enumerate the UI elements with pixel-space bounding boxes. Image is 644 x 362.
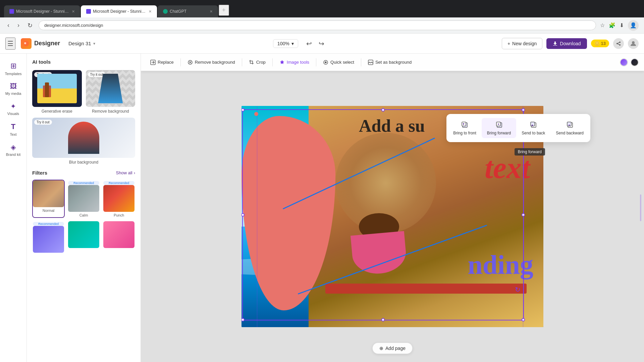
crop-button[interactable]: Crop xyxy=(245,58,270,67)
layer-ordering-menu: Bring to front Bring forward xyxy=(446,114,590,142)
sidebar-item-visuals[interactable]: ✦ Visuals xyxy=(1,100,25,118)
send-backward-label: Send backward xyxy=(556,131,584,135)
designer-logo-icon xyxy=(21,38,32,49)
new-design-button[interactable]: + New design xyxy=(502,38,542,49)
zoom-control[interactable]: 100% ▾ xyxy=(273,39,298,48)
tool-card-remove-background[interactable]: Try it out Remove background xyxy=(86,70,136,114)
show-all-link[interactable]: Show all › xyxy=(116,170,135,175)
coin-count: 13 xyxy=(601,41,606,46)
remove-bg-button[interactable]: Remove background xyxy=(183,58,239,67)
tab-3[interactable]: ChatGPT ✕ xyxy=(158,5,218,17)
generative-erase-label: Generative erase xyxy=(32,109,82,114)
zoom-chevron-icon: ▾ xyxy=(291,41,294,46)
sidebar-item-templates[interactable]: ⊞ Templates xyxy=(1,59,25,78)
left-sidebar: ⊞ Templates 🖼 My media ✦ Visuals T Text … xyxy=(0,54,27,362)
menu-button[interactable]: ☰ xyxy=(5,38,15,50)
svg-point-11 xyxy=(325,62,326,63)
brand-kit-icon: ◈ xyxy=(11,143,16,151)
downloads-icon[interactable]: ⬇ xyxy=(620,22,624,28)
tab-1[interactable]: Microsoft Designer - Stunning... ✕ xyxy=(4,5,80,17)
color-picker-2[interactable] xyxy=(631,58,639,66)
quick-select-label: Quick select xyxy=(330,60,354,65)
bring-forward-label: Bring forward xyxy=(487,131,511,135)
color-picker-1[interactable] xyxy=(620,58,628,66)
canvas-text-purple: nding xyxy=(468,250,533,280)
undo-button[interactable]: ↩ xyxy=(304,38,315,49)
ai-tools-grid: Try it out Generative erase xyxy=(32,70,135,165)
svg-point-4 xyxy=(619,44,621,46)
filter-punch-label: Punch xyxy=(103,213,135,217)
set-as-bg-button[interactable]: Set as background xyxy=(364,58,416,67)
address-text: designer.microsoft.com/design xyxy=(44,23,103,28)
profile-avatar[interactable]: 👤 xyxy=(628,20,639,31)
send-backward-button[interactable]: Send backward xyxy=(550,118,589,138)
user-avatar[interactable] xyxy=(628,38,639,49)
text-label: Text xyxy=(10,132,16,136)
forward-button[interactable]: › xyxy=(15,20,21,30)
tab-2[interactable]: Microsoft Designer - Stunning... ✕ xyxy=(81,5,157,17)
set-as-bg-label: Set as background xyxy=(375,60,412,65)
bring-to-front-button[interactable]: Bring to front xyxy=(448,118,482,138)
sidebar-item-text[interactable]: T Text xyxy=(1,120,25,139)
image-tools-icon xyxy=(279,60,285,65)
tab-3-close[interactable]: ✕ xyxy=(210,9,213,14)
canvas-text-heading: Add a su xyxy=(359,116,425,136)
tab-2-favicon xyxy=(86,9,91,14)
download-button[interactable]: Download xyxy=(546,38,587,49)
send-to-back-button[interactable]: Send to back xyxy=(516,118,550,138)
remove-background-thumb: Try it out xyxy=(86,70,136,107)
zoom-value: 100% xyxy=(277,41,289,46)
filter-calm-badge: Recommended xyxy=(68,181,99,185)
filters-title: Filters xyxy=(32,170,47,176)
visuals-icon: ✦ xyxy=(10,102,16,110)
bookmark-icon[interactable]: ☆ xyxy=(600,22,605,28)
replace-label: Replace xyxy=(158,60,174,65)
image-tools-button[interactable]: Image tools xyxy=(275,58,313,67)
refresh-button[interactable]: ↻ xyxy=(25,20,35,31)
design-name-button[interactable]: Design 31 ▾ xyxy=(65,39,98,48)
filter-calm[interactable]: Recommended Calm xyxy=(67,180,100,218)
address-bar[interactable]: designer.microsoft.com/design xyxy=(39,20,596,30)
header-center: 100% ▾ ↩ ↪ xyxy=(104,38,496,49)
my-media-label: My media xyxy=(5,92,21,96)
download-icon xyxy=(552,41,558,46)
replace-icon xyxy=(150,60,156,65)
share-button[interactable] xyxy=(613,38,624,49)
filter-punch[interactable]: Recommended Punch xyxy=(103,180,135,218)
bring-forward-icon xyxy=(495,121,503,129)
filters-header: Filters Show all › xyxy=(32,170,135,176)
tab-1-close[interactable]: ✕ xyxy=(72,9,75,14)
toolbar-divider-2 xyxy=(242,58,242,66)
quick-select-button[interactable]: Quick select xyxy=(319,58,358,67)
sidebar-item-my-media[interactable]: 🖼 My media xyxy=(1,80,25,98)
back-button[interactable]: ‹ xyxy=(5,20,11,30)
add-page-button[interactable]: ⊕ Add page xyxy=(372,343,413,354)
filter-6[interactable] xyxy=(103,221,135,255)
tab-2-close[interactable]: ✕ xyxy=(149,9,152,14)
filter-normal-thumb xyxy=(33,180,64,207)
color-pickers xyxy=(620,58,639,66)
replace-button[interactable]: Replace xyxy=(146,58,178,67)
left-panel: AI tools Try it out Gener xyxy=(27,54,141,362)
filters-grid: Normal Recommended Calm Recommended Punc… xyxy=(32,180,135,255)
user-avatar-icon xyxy=(630,41,636,47)
coin-badge: 🪙 13 xyxy=(591,40,609,47)
bring-forward-button[interactable]: Bring forward xyxy=(482,118,516,138)
redo-button[interactable]: ↪ xyxy=(316,38,327,49)
extensions-icon[interactable]: 🧩 xyxy=(609,22,615,28)
send-to-back-icon xyxy=(529,121,537,129)
tab-1-label: Microsoft Designer - Stunning... xyxy=(16,9,70,14)
filter-calm-thumb xyxy=(68,185,99,212)
generative-erase-thumb: Try it out xyxy=(32,70,82,107)
new-tab-button[interactable]: + xyxy=(219,5,229,16)
generative-erase-preview xyxy=(32,70,82,107)
tool-card-blur-background[interactable]: Try it out Blur background xyxy=(32,118,135,165)
filter-5[interactable] xyxy=(67,221,100,255)
toolbar-divider-1 xyxy=(180,58,181,66)
rotate-handle[interactable]: ↻ xyxy=(515,286,521,294)
sidebar-item-brand-kit[interactable]: ◈ Brand kit xyxy=(1,140,25,159)
filter-4[interactable]: Recommended xyxy=(32,221,65,255)
svg-point-2 xyxy=(619,42,621,43)
tool-card-generative-erase[interactable]: Try it out Generative erase xyxy=(32,70,82,114)
filter-normal[interactable]: Normal xyxy=(32,180,65,218)
